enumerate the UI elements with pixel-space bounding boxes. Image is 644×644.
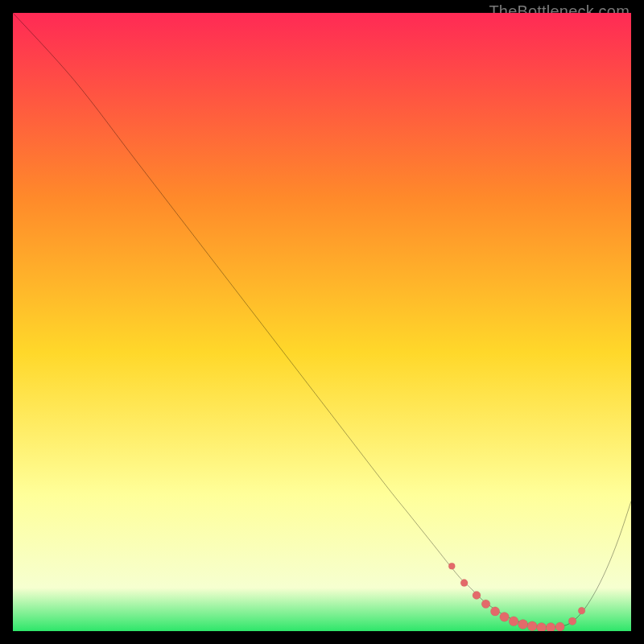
highlight-dot: [460, 580, 468, 587]
highlight-dot: [568, 617, 576, 625]
highlight-dot: [481, 600, 490, 609]
highlight-dot: [518, 620, 528, 630]
gradient-background: [13, 13, 631, 631]
highlight-dot: [473, 591, 481, 599]
highlight-dot: [509, 617, 518, 626]
highlight-dot: [578, 607, 585, 614]
highlight-dot: [448, 563, 455, 569]
highlight-dot: [490, 607, 499, 616]
highlight-dot: [500, 613, 510, 622]
highlight-dot: [546, 623, 555, 631]
highlight-dot: [527, 621, 537, 631]
highlight-dot: [555, 622, 564, 631]
chart-container: { "attribution": "TheBottleneck.com", "c…: [0, 0, 644, 644]
bottleneck-chart: [13, 13, 631, 631]
